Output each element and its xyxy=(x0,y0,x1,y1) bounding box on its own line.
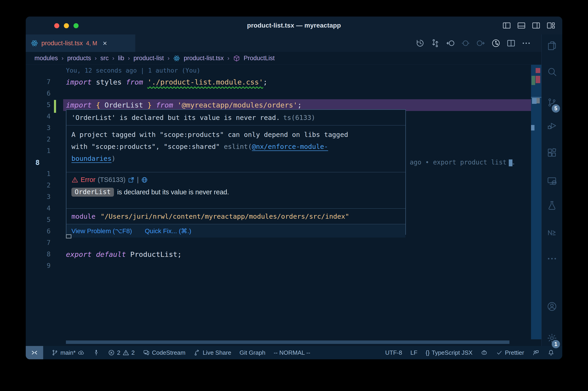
prettier-status[interactable]: Prettier xyxy=(496,349,524,356)
chevron-right-icon: › xyxy=(62,55,64,62)
testing-beaker-icon[interactable] xyxy=(547,200,557,211)
eslint-error-message: A project tagged with "scope:products" c… xyxy=(66,125,405,172)
share-arrow-icon xyxy=(194,349,200,356)
status-bar: main* 2 2 CodeStream Live Share Git Grap… xyxy=(26,346,562,359)
tab-title: product-list.tsx xyxy=(41,39,83,47)
ruler-viewport-line xyxy=(531,97,541,98)
external-link-icon[interactable] xyxy=(128,177,135,183)
warning-triangle-icon xyxy=(122,349,129,356)
git-graph-run-icon[interactable] xyxy=(491,39,501,48)
breadcrumb-lib[interactable]: lib xyxy=(118,55,124,62)
language-mode-status[interactable]: {} TypeScript JSX xyxy=(426,349,472,356)
commit-action[interactable] xyxy=(93,349,100,356)
line-number: 3 xyxy=(26,191,51,203)
code-line-import-orderlist: import { OrderList } from '@myreactapp/m… xyxy=(66,99,302,111)
ruler-error-mark xyxy=(536,68,540,73)
ts-error-code: ts(6133) xyxy=(283,114,315,121)
settings-badge: 1 xyxy=(552,340,560,348)
more-views-icon[interactable] xyxy=(547,253,557,264)
eslint-rule-link[interactable]: @nx/enforce-module- xyxy=(252,143,328,150)
horizontal-scrollbar[interactable] xyxy=(66,340,509,344)
run-debug-icon[interactable] xyxy=(547,120,557,131)
chevron-right-icon: › xyxy=(227,55,230,62)
nx-console-icon[interactable] xyxy=(547,227,557,238)
toggle-secondary-sidebar-icon[interactable] xyxy=(531,21,541,30)
timeline-history-icon[interactable] xyxy=(416,39,425,48)
code-line-export-default: export default ProductList; xyxy=(66,249,182,260)
extensions-icon[interactable] xyxy=(547,147,557,158)
remote-explorer-icon[interactable] xyxy=(547,176,557,186)
problems-status[interactable]: 2 2 xyxy=(108,349,135,356)
line-number: 3 xyxy=(26,122,51,134)
encoding-status[interactable]: UTF-8 xyxy=(385,349,402,356)
feedback-person-icon xyxy=(532,349,539,356)
line-number: 2 xyxy=(26,180,51,191)
titlebar: product-list.tsx — myreactapp xyxy=(26,16,562,34)
breadcrumb-product-list[interactable]: product-list xyxy=(133,55,164,62)
notifications-status[interactable] xyxy=(548,349,554,356)
ruler-error-mark xyxy=(536,76,540,83)
line-number: 6 xyxy=(26,88,51,99)
codestream-status[interactable]: CodeStream xyxy=(143,349,185,356)
line-number: 6 xyxy=(26,226,51,237)
tab-product-list[interactable]: product-list.tsx 4, M × xyxy=(26,34,135,52)
toggle-primary-sidebar-icon[interactable] xyxy=(502,21,511,30)
breadcrumb-symbol[interactable]: ProductList xyxy=(244,55,275,62)
line-number: 9 xyxy=(26,260,51,272)
overview-ruler[interactable] xyxy=(531,65,541,339)
git-graph-status[interactable]: Git Graph xyxy=(240,349,265,356)
live-share-status[interactable]: Live Share xyxy=(194,349,231,356)
tab-close-icon[interactable]: × xyxy=(103,39,107,47)
line-number: 8 xyxy=(26,249,51,260)
tab-badge: 4, M xyxy=(86,40,97,47)
line-number: 1 xyxy=(26,145,51,157)
eol-status[interactable]: LF xyxy=(411,349,417,356)
problem-hover-popup: 'OrderList' is declared but its value is… xyxy=(66,109,406,235)
vim-mode-indicator[interactable]: -- NORMAL -- xyxy=(273,349,310,356)
comment-icon xyxy=(143,349,150,356)
chevron-right-icon: › xyxy=(112,55,114,62)
customize-layout-icon[interactable] xyxy=(546,21,555,30)
view-problem-link[interactable]: View Problem (⌥F8) xyxy=(72,227,132,235)
remote-indicator[interactable] xyxy=(26,346,43,359)
ts-error-message: 'OrderList' is declared but its value is… xyxy=(72,114,280,121)
globe-icon[interactable] xyxy=(141,177,148,183)
nav-back-icon[interactable] xyxy=(446,39,455,48)
inline-blame-annotation: ago • export product list … xyxy=(410,157,514,168)
breadcrumb-file[interactable]: product-list.tsx xyxy=(184,55,224,62)
copilot-status[interactable] xyxy=(481,349,488,356)
quick-fix-link[interactable]: Quick Fix... (⌘.) xyxy=(145,227,191,235)
module-keyword: module xyxy=(72,212,95,220)
popup-resize-handle[interactable] xyxy=(66,234,72,238)
code-editor[interactable]: You, 12 seconds ago | 1 author (You) 7 i… xyxy=(26,65,541,346)
line-number: 5 xyxy=(26,99,51,111)
breadcrumb-products[interactable]: products xyxy=(67,55,91,62)
search-icon[interactable] xyxy=(547,66,557,77)
chip-message: is declared but its value is never read. xyxy=(117,188,229,196)
explorer-icon[interactable] xyxy=(547,40,557,51)
breadcrumb-modules[interactable]: modules xyxy=(34,55,58,62)
more-actions-icon[interactable] xyxy=(522,39,531,48)
toggle-panel-icon[interactable] xyxy=(517,21,526,30)
error-code: (TS6133) xyxy=(98,176,125,184)
chevron-right-icon: › xyxy=(128,55,130,62)
ruler-thumb-dim xyxy=(537,98,540,103)
error-label: Error xyxy=(81,176,95,184)
feedback-status[interactable] xyxy=(532,349,539,356)
branch-icon xyxy=(51,349,58,356)
accounts-icon[interactable] xyxy=(547,301,557,312)
current-line-number: 8 xyxy=(35,157,40,168)
breadcrumb-src[interactable]: src xyxy=(100,55,109,62)
line-number: 4 xyxy=(26,111,51,122)
vscode-window: product-list.tsx — myreactapp product-li… xyxy=(26,16,562,359)
split-editor-icon[interactable] xyxy=(506,39,516,48)
git-branch-status[interactable]: main* xyxy=(51,349,84,356)
line-number: 5 xyxy=(26,214,51,226)
eslint-rule-link[interactable]: boundaries xyxy=(72,155,112,162)
line-number: 7 xyxy=(26,237,51,249)
compare-changes-icon[interactable] xyxy=(431,39,440,48)
activity-bar: 5 1 xyxy=(541,34,562,346)
ruler-thumb xyxy=(532,98,537,104)
ruler-added-mark xyxy=(531,76,535,85)
scrollbar-thumb[interactable] xyxy=(509,159,512,166)
